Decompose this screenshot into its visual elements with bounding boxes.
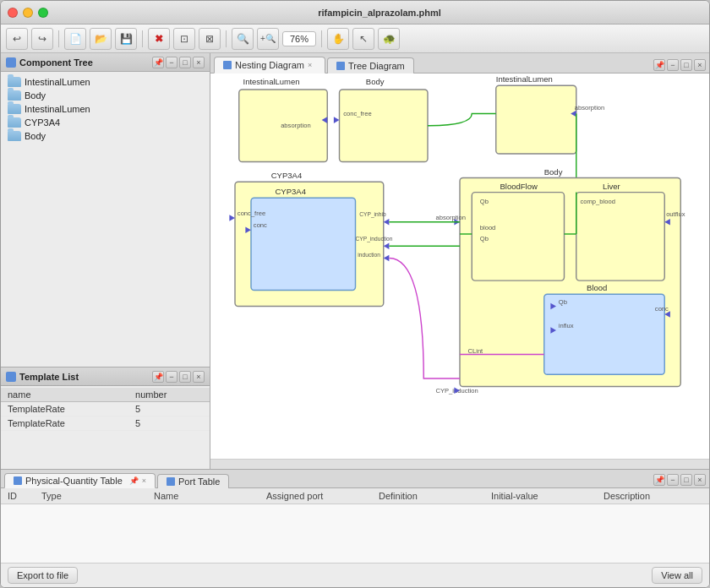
tab-tree-diagram[interactable]: Tree Diagram: [327, 57, 414, 74]
tree-item-label: IntestinalLumen: [25, 77, 90, 87]
component-tree-icon: [6, 57, 16, 68]
tree-minimize-button[interactable]: −: [166, 57, 178, 68]
cut-button[interactable]: ⊠: [199, 28, 221, 50]
bottom-tabs: Physical-Quantity Table 📌 × Port Table 📌…: [1, 470, 709, 488]
toolbar: ↩ ↪ 📄 📂 💾 ✖ ⊡ ⊠ 🔍 +🔍 76% ✋ ↖ 🐢: [1, 24, 709, 53]
table-header-row: ID Type Name Assigned port Definition In…: [1, 488, 709, 504]
tab-nesting-diagram[interactable]: Nesting Diagram ×: [214, 57, 325, 74]
tree-tab-label: Tree Diagram: [348, 61, 405, 71]
pq-tab-label: Physical-Quantity Table: [25, 476, 123, 486]
zoom-in-button[interactable]: +🔍: [257, 28, 279, 50]
diagram-canvas[interactable]: IntestinalLumen absorption Body conc_fre…: [210, 74, 709, 459]
view-all-button[interactable]: View all: [652, 567, 702, 584]
tree-tab-icon: [336, 62, 345, 70]
export-to-file-button[interactable]: Export to file: [8, 567, 78, 584]
paste-button[interactable]: ⊡: [173, 28, 195, 50]
nesting-tab-icon: [223, 61, 232, 69]
svg-rect-15: [251, 198, 356, 290]
select-tool-button[interactable]: ↖: [352, 28, 374, 50]
maximize-button[interactable]: [38, 8, 48, 18]
horizontal-scrollbar[interactable]: [210, 459, 709, 469]
save-button[interactable]: 💾: [115, 28, 137, 50]
diagram-pin-button[interactable]: 📌: [653, 59, 665, 71]
title-bar: rifampicin_alprazolam.phml: [1, 1, 709, 24]
list-item[interactable]: Body: [1, 129, 210, 143]
template-name: TemplateRate: [1, 402, 128, 416]
svg-text:IntestinalLumen: IntestinalLumen: [243, 77, 300, 86]
diagram-minimize-button[interactable]: −: [667, 59, 679, 71]
component-tree-title: Component Tree: [19, 57, 149, 68]
template-number: 5: [128, 402, 210, 416]
template-list-header: Template List 📌 − □ ×: [1, 368, 210, 386]
list-item[interactable]: IntestinalLumen: [1, 102, 210, 116]
list-item[interactable]: IntestinalLumen: [1, 75, 210, 89]
tree-maximize-button[interactable]: □: [179, 57, 191, 68]
svg-text:outflux: outflux: [666, 210, 685, 218]
table-row[interactable]: TemplateRate 5: [1, 402, 210, 416]
diagram-maximize-button[interactable]: □: [680, 59, 692, 71]
template-table: name number TemplateRate 5 TemplateRate: [1, 388, 210, 431]
svg-text:absorption: absorption: [281, 122, 310, 129]
minimize-button[interactable]: [23, 8, 33, 18]
folder-icon: [8, 131, 21, 141]
pt-tab-label: Port Table: [178, 476, 220, 487]
col-header-name: Name: [147, 491, 259, 501]
diagram-panel-controls: 📌 − □ ×: [653, 59, 706, 73]
tab-physical-quantity[interactable]: Physical-Quantity Table 📌 ×: [4, 473, 156, 488]
svg-text:CLint: CLint: [468, 347, 484, 355]
svg-text:conc: conc: [655, 305, 669, 313]
open-button[interactable]: 📂: [90, 28, 112, 50]
redo-button[interactable]: ↪: [31, 28, 53, 50]
undo-button[interactable]: ↩: [6, 28, 28, 50]
svg-text:conc: conc: [254, 221, 267, 229]
svg-text:Body: Body: [366, 77, 385, 86]
tl-maximize-button[interactable]: □: [179, 371, 191, 383]
nesting-tab-label: Nesting Diagram: [235, 60, 304, 70]
diagram-svg: IntestinalLumen absorption Body conc_fre…: [210, 74, 709, 459]
window-title: rifampicin_alprazolam.phml: [57, 8, 702, 18]
list-item[interactable]: CYP3A4: [1, 116, 210, 129]
table-row[interactable]: TemplateRate 5: [1, 416, 210, 431]
bp-minimize-button[interactable]: −: [667, 474, 679, 486]
folder-icon: [8, 77, 21, 87]
pt-tab-icon: [167, 477, 175, 486]
tree-close-button[interactable]: ×: [193, 57, 205, 68]
diagram-close-button[interactable]: ×: [694, 59, 706, 71]
svg-text:induction: induction: [358, 252, 380, 258]
col-header-description: Description: [597, 491, 709, 501]
svg-text:Blood: Blood: [587, 283, 607, 292]
tree-item-label: CYP3A4: [25, 117, 60, 128]
bottom-panel: Physical-Quantity Table 📌 × Port Table 📌…: [1, 469, 709, 587]
list-item[interactable]: Body: [1, 89, 210, 102]
col-header-name: name: [1, 388, 128, 402]
zoom-out-button[interactable]: 🔍: [232, 28, 254, 50]
sim-button[interactable]: 🐢: [378, 28, 400, 50]
nesting-tab-close[interactable]: ×: [308, 61, 316, 69]
bp-pin-button[interactable]: 📌: [653, 474, 665, 486]
col-header-number: number: [128, 388, 210, 402]
component-tree-controls: 📌 − □ ×: [152, 57, 205, 68]
col-header-definition: Definition: [372, 491, 484, 501]
tl-pin-button[interactable]: 📌: [152, 371, 164, 383]
pan-tool-button[interactable]: ✋: [327, 28, 349, 50]
svg-text:conc_free: conc_free: [238, 210, 265, 217]
col-header-type: Type: [35, 491, 147, 501]
copy-button[interactable]: ✖: [148, 28, 170, 50]
new-button[interactable]: 📄: [64, 28, 86, 50]
svg-text:conc_free: conc_free: [343, 110, 371, 117]
template-list-controls: 📌 − □ ×: [152, 371, 205, 383]
tl-close-button[interactable]: ×: [193, 371, 205, 383]
close-button[interactable]: [8, 8, 18, 18]
bp-maximize-button[interactable]: □: [680, 474, 692, 486]
tree-pin-button[interactable]: 📌: [152, 57, 164, 68]
pq-tab-close[interactable]: ×: [142, 476, 146, 485]
tab-port-table[interactable]: Port Table: [157, 474, 229, 488]
bp-close-button[interactable]: ×: [694, 474, 706, 486]
tl-minimize-button[interactable]: −: [166, 371, 178, 383]
col-header-initial-value: Initial-value: [484, 491, 597, 501]
bottom-content: ID Type Name Assigned port Definition In…: [1, 488, 709, 587]
svg-rect-9: [496, 85, 576, 154]
tree-content: IntestinalLumen Body IntestinalLumen: [1, 72, 210, 146]
template-list-panel: Template List 📌 − □ × name number: [1, 368, 210, 469]
left-panel: Component Tree 📌 − □ × IntestinalLumen: [1, 53, 210, 469]
